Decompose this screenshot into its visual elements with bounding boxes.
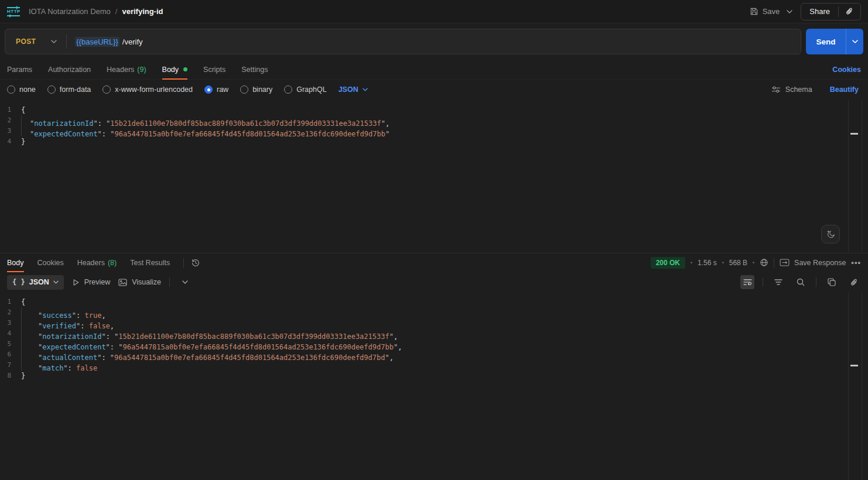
filter-button[interactable]: [771, 275, 785, 289]
response-editor-lines: 1{2"success": true,3"verified": false,4"…: [0, 297, 868, 381]
response-tab-test-results[interactable]: Test Results: [130, 253, 170, 272]
attachment-icon: [845, 7, 854, 16]
save-icon: [750, 7, 758, 16]
share-button-group: Share: [801, 3, 861, 20]
radio-graphql[interactable]: GraphQL: [284, 85, 326, 94]
share-button[interactable]: Share: [801, 7, 838, 16]
preview-button[interactable]: Preview: [72, 278, 110, 286]
send-options-button[interactable]: [846, 29, 863, 54]
response-size[interactable]: 568 B: [729, 259, 747, 267]
tab-body[interactable]: Body: [162, 60, 188, 79]
radio-binary[interactable]: binary: [240, 85, 272, 94]
response-tab-cookies[interactable]: Cookies: [37, 253, 64, 272]
headers-count: (9): [137, 66, 146, 74]
globe-icon: [760, 258, 768, 267]
tab-headers[interactable]: Headers (9): [107, 60, 146, 79]
response-format-select[interactable]: { } JSON: [7, 275, 64, 290]
url-bar: POST {{baseURL}} /verify: [5, 29, 801, 54]
copy-link-button[interactable]: [839, 4, 860, 20]
status-badge[interactable]: 200 OK: [651, 257, 685, 269]
braces-icon: { }: [12, 278, 25, 286]
radio-raw[interactable]: raw: [204, 85, 228, 94]
postbot-button[interactable]: [821, 225, 840, 244]
response-editor-scrollbar[interactable]: [848, 293, 862, 480]
visualize-button[interactable]: Visualize: [118, 278, 161, 286]
tab-settings[interactable]: Settings: [241, 60, 268, 79]
tab-authorization[interactable]: Authorization: [48, 60, 91, 79]
breadcrumb-collection[interactable]: IOTA Notarization Demo: [29, 7, 111, 16]
save-button[interactable]: Save: [750, 7, 780, 16]
radio-form-data[interactable]: form-data: [47, 85, 91, 94]
response-section: Body Cookies Headers (8) Test Results 20…: [0, 253, 868, 480]
visualize-icon: [118, 279, 127, 286]
url-path: /verify: [122, 37, 143, 46]
radio-none[interactable]: none: [7, 85, 36, 94]
schema-icon: [771, 86, 781, 93]
request-tabs: Params Authorization Headers (9) Body Sc…: [0, 60, 868, 80]
request-editor-scrollbar[interactable]: [848, 100, 862, 253]
wrap-text-button[interactable]: [740, 275, 754, 289]
preview-icon: [72, 279, 80, 286]
body-modified-dot: [183, 67, 187, 71]
response-more-button[interactable]: •••: [851, 258, 861, 267]
response-time[interactable]: 1.56 s: [698, 259, 717, 267]
cookies-link[interactable]: Cookies: [832, 66, 861, 74]
tab-scripts[interactable]: Scripts: [203, 60, 225, 79]
request-url-row: POST {{baseURL}} /verify Send: [0, 23, 868, 60]
postbot-icon: [826, 229, 836, 239]
radio-x-www-form-urlencoded[interactable]: x-www-form-urlencoded: [102, 85, 193, 94]
send-button-group: Send: [806, 29, 863, 54]
filter-icon: [774, 279, 782, 285]
response-headers-count: (8): [108, 259, 117, 267]
scroll-position-mark: [850, 365, 858, 366]
response-tab-headers[interactable]: Headers (8): [77, 253, 117, 272]
search-icon: [797, 278, 805, 286]
http-collection-icon: HTTP: [7, 7, 20, 16]
link-icon: [850, 278, 859, 287]
beautify-button[interactable]: Beautify: [830, 85, 859, 94]
tab-params[interactable]: Params: [7, 60, 32, 79]
wrap-text-icon: [743, 279, 752, 286]
schema-button[interactable]: Schema: [771, 85, 812, 94]
request-body-editor[interactable]: 1{2"notarizationId": "15b21de61100e7b80d…: [0, 100, 868, 253]
copy-icon: [828, 278, 836, 286]
method-label: POST: [16, 37, 36, 46]
copy-button[interactable]: [825, 275, 839, 289]
language-select[interactable]: JSON: [339, 85, 368, 94]
save-options-button[interactable]: [787, 10, 792, 13]
topbar: HTTP IOTA Notarization Demo / verifying-…: [0, 0, 868, 23]
breadcrumb-request-name[interactable]: verifying-id: [122, 7, 163, 16]
response-toolbar: { } JSON Preview Visualize: [0, 272, 868, 293]
breadcrumb-separator: /: [115, 7, 118, 16]
save-button-label: Save: [763, 7, 780, 16]
request-editor-lines: 1{2"notarizationId": "15b21de61100e7b80d…: [0, 105, 868, 147]
network-info-button[interactable]: [760, 258, 768, 267]
send-button[interactable]: Send: [806, 29, 846, 54]
response-history-button[interactable]: [191, 253, 200, 272]
response-tab-body[interactable]: Body: [7, 253, 24, 272]
visualize-options-button[interactable]: [178, 275, 192, 289]
save-response-icon: [780, 259, 790, 266]
scroll-position-mark: [850, 133, 858, 135]
breadcrumb: IOTA Notarization Demo / verifying-id: [29, 7, 163, 16]
method-select[interactable]: POST: [5, 29, 66, 54]
history-icon: [191, 258, 200, 268]
url-variable-token: {{baseURL}}: [75, 37, 119, 47]
url-input[interactable]: {{baseURL}} /verify: [75, 29, 801, 54]
save-response-button[interactable]: Save Response: [780, 259, 846, 267]
search-button[interactable]: [794, 275, 808, 289]
response-body-editor[interactable]: 1{2"success": true,3"verified": false,4"…: [0, 293, 868, 480]
body-type-options: none form-data x-www-form-urlencoded raw…: [0, 80, 868, 100]
response-meta: 200 OK 1.56 s 568 B Save Response •••: [651, 253, 861, 272]
share-link-button[interactable]: [847, 275, 861, 289]
response-tabs: Body Cookies Headers (8) Test Results 20…: [0, 253, 868, 272]
